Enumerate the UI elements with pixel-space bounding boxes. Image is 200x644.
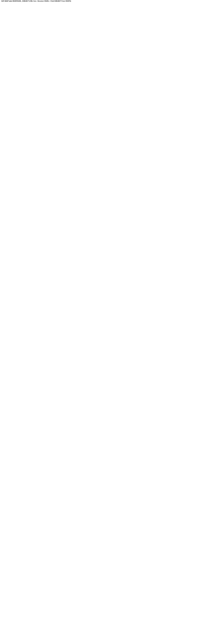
page-title: SAP ABAP table RESRVDARL_SOBJECT {CML Co… xyxy=(1,0,71,2)
